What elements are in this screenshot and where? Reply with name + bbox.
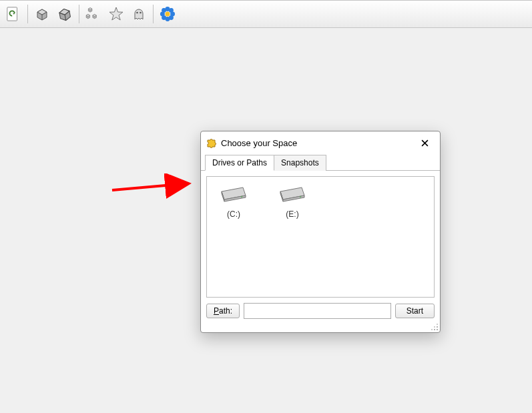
svg-point-7: [162, 8, 166, 13]
svg-point-8: [169, 8, 174, 13]
titlebar[interactable]: Choose your Space: [201, 131, 440, 154]
refresh-button[interactable]: [3, 3, 24, 25]
flower-icon: [159, 5, 176, 23]
path-button[interactable]: Path:: [206, 304, 240, 318]
tabs: Drives or Paths Snapshots: [201, 154, 440, 171]
choose-space-dialog: Choose your Space Drives or Paths Snapsh…: [200, 131, 441, 333]
svg-point-9: [162, 15, 166, 20]
svg-point-10: [169, 15, 174, 20]
grip-icon: [431, 323, 439, 331]
close-icon: [421, 139, 429, 147]
refresh-icon: [6, 7, 21, 21]
tab-drives-or-paths[interactable]: Drives or Paths: [205, 155, 274, 171]
svg-line-12: [112, 183, 189, 190]
star-button[interactable]: [105, 3, 127, 25]
drives-list: (C:) (E:): [206, 176, 435, 298]
star-icon: [108, 6, 124, 22]
svg-point-2: [140, 12, 142, 14]
path-input[interactable]: [244, 303, 391, 319]
cubes-button[interactable]: [83, 3, 104, 25]
separator: [153, 5, 154, 23]
bottom-row: Path: Start: [201, 300, 440, 323]
ghost-icon: [131, 6, 147, 22]
resize-grip[interactable]: [201, 323, 440, 332]
annotation-arrow: [109, 173, 202, 200]
separator: [27, 5, 28, 23]
puzzle-icon: [206, 137, 217, 148]
tab-snapshots[interactable]: Snapshots: [274, 155, 326, 171]
flower-button[interactable]: [157, 3, 178, 25]
start-button[interactable]: Start: [395, 304, 435, 318]
svg-rect-0: [7, 7, 17, 21]
svg-point-15: [437, 329, 438, 330]
cube-angled-icon: [56, 5, 73, 23]
cube-button[interactable]: [31, 3, 53, 25]
svg-point-16: [434, 329, 435, 330]
drive-item[interactable]: (C:): [214, 183, 254, 219]
svg-point-18: [431, 329, 433, 330]
svg-point-17: [437, 326, 438, 328]
drive-item[interactable]: (E:): [272, 183, 312, 219]
dialog-title: Choose your Space: [221, 138, 411, 148]
drive-label: (E:): [272, 210, 312, 219]
svg-point-19: [434, 326, 435, 328]
drive-icon: [219, 183, 248, 203]
svg-point-1: [136, 12, 138, 14]
drive-label: (C:): [214, 210, 254, 219]
close-button[interactable]: [415, 135, 435, 150]
cube-angled-button[interactable]: [54, 3, 75, 25]
svg-point-14: [300, 196, 302, 197]
svg-point-20: [437, 324, 438, 325]
main-toolbar: [0, 0, 532, 28]
cube-icon: [34, 6, 50, 22]
drive-icon: [278, 183, 307, 203]
ghost-button[interactable]: [128, 3, 150, 25]
svg-point-11: [166, 12, 170, 17]
separator: [79, 5, 79, 23]
svg-point-13: [241, 196, 243, 197]
cubes-icon: [85, 5, 102, 23]
